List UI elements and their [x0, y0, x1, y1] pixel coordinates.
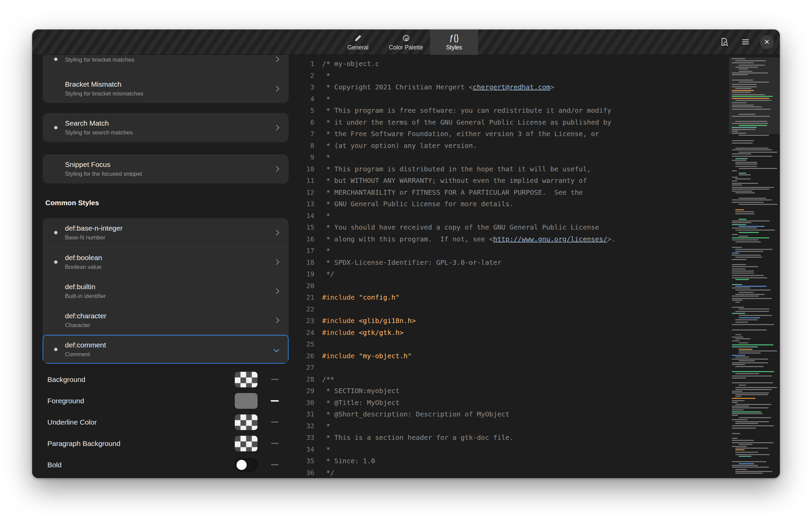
chevron-right-icon [274, 125, 279, 131]
minimap-line [739, 114, 755, 115]
minimap-line [739, 444, 752, 445]
minimap-line [732, 237, 769, 238]
bold-toggle[interactable] [235, 458, 257, 472]
background-reset-button[interactable] [270, 372, 279, 387]
minimap-line [739, 232, 759, 233]
style-row-bracket-mismatch[interactable]: Bracket MismatchStyling for bracket mism… [43, 74, 289, 103]
minimap-line [732, 275, 764, 276]
minimap-line [732, 84, 757, 85]
tab-styles[interactable]: ƒ{} Styles [430, 29, 478, 55]
code-line: 2 * [299, 70, 663, 82]
line-number: 35 [299, 455, 314, 467]
minimap-line [732, 419, 747, 420]
chevron-right-icon [274, 288, 279, 294]
property-row-paragraph-background: Paragraph Background [47, 433, 289, 454]
minimap-line [732, 98, 769, 99]
background-color-swatch[interactable] [235, 372, 257, 387]
minimap-line [732, 62, 754, 63]
close-button[interactable] [760, 35, 774, 49]
bold-reset-button[interactable] [270, 458, 279, 472]
tab-color-palette[interactable]: Color Palette [382, 29, 430, 55]
minimap-line [732, 413, 763, 414]
minimap-line [732, 129, 755, 130]
underline-color-reset-button[interactable] [270, 415, 279, 429]
minimap-line [732, 307, 744, 308]
style-row-def-base-n-integer[interactable]: def:base-n-integerBase-N number [43, 218, 289, 247]
minimap-line [732, 415, 738, 416]
style-row-subtitle: Built-in identifier [65, 293, 270, 300]
style-row-subtitle: Character [65, 322, 270, 329]
line-number: 9 [299, 151, 314, 163]
line-number: 25 [299, 338, 314, 350]
code-line: 27 [299, 362, 663, 373]
minimap-line [732, 391, 742, 392]
minimap-line [732, 467, 769, 468]
minimap-line [732, 461, 766, 462]
styles-sidebar: Styling for bracket matchesBracket Misma… [32, 55, 299, 478]
toggle-knob-icon [236, 460, 247, 470]
main-menu-button[interactable] [739, 35, 752, 49]
code-area: 1/* my-object.c2 *3 * Copyright 2021 Chr… [299, 55, 663, 478]
minimap-line [732, 411, 761, 412]
chevron-right-icon [274, 86, 279, 91]
minimap-line [732, 58, 745, 59]
property-row-foreground: Foreground [47, 390, 289, 411]
style-row-def-boolean[interactable]: def:booleanBoolean value [43, 247, 289, 276]
minimap-line [735, 294, 765, 295]
minimap-line [732, 202, 764, 203]
menu-icon [741, 37, 750, 47]
minimap-line [732, 355, 745, 356]
minimap-line [735, 311, 769, 312]
minimap-line [732, 428, 756, 429]
minimap-line [732, 359, 768, 360]
minimap-line [739, 226, 765, 227]
minimap-line [735, 473, 763, 474]
line-number: 16 [299, 233, 314, 245]
overview-map[interactable] [732, 58, 777, 476]
line-number: 13 [299, 198, 314, 210]
minimap-line [732, 96, 773, 97]
paragraph-background-color-swatch[interactable] [235, 436, 257, 451]
foreground-reset-button[interactable] [270, 394, 279, 408]
style-row-def-comment[interactable]: def:commentComment [43, 335, 289, 364]
tab-general[interactable]: General [334, 29, 382, 55]
chevron-right-icon [274, 230, 279, 236]
minus-icon [271, 422, 278, 423]
minimap-line [735, 286, 767, 287]
minimap-line [735, 100, 771, 101]
source-view[interactable]: 1/* my-object.c2 *3 * Copyright 2021 Chr… [299, 55, 663, 478]
minimap-line [732, 300, 743, 301]
minimap-line [732, 94, 765, 95]
minimap-line [735, 448, 768, 449]
underline-color-color-swatch[interactable] [235, 414, 257, 430]
line-number: 3 [299, 81, 314, 93]
minimap-line [735, 396, 741, 397]
line-number: 2 [299, 70, 314, 82]
code-line: 15 * You should have received a copy of … [299, 221, 663, 233]
minimap-line [732, 266, 758, 267]
code-line: 30 * @Title: MyObject [299, 397, 663, 409]
property-label: Foreground [47, 397, 235, 405]
style-row-styling-for-bracket-matches[interactable]: Styling for bracket matches [43, 55, 289, 74]
style-row-def-character[interactable]: def:characterCharacter [43, 305, 289, 335]
minimap-line [732, 364, 745, 365]
line-number: 4 [299, 93, 314, 105]
foreground-color-swatch[interactable] [235, 393, 257, 409]
style-row-search-match[interactable]: Search MatchStyling for search matches [43, 113, 289, 142]
minimap-line [732, 143, 753, 144]
minimap-line [735, 423, 758, 424]
minimap-line [732, 362, 768, 363]
minimap-line [732, 102, 747, 103]
pencil-icon [354, 34, 362, 43]
style-row-snippet-focus[interactable]: Snippet FocusStyling for the focused sni… [43, 154, 289, 184]
line-number: 34 [299, 444, 314, 455]
minimap-line [735, 389, 772, 390]
sidebar-scroll-area[interactable]: Styling for bracket matchesBracket Misma… [32, 55, 299, 478]
code-line: 20 [299, 280, 663, 292]
paragraph-background-reset-button[interactable] [270, 436, 279, 451]
minimap-line [735, 319, 758, 320]
search-document-button[interactable] [717, 35, 731, 49]
style-group-card: Search MatchStyling for search matches [43, 113, 289, 142]
style-row-def-builtin[interactable]: def:builtinBuilt-in identifier [43, 276, 289, 305]
line-number: 31 [299, 408, 314, 420]
